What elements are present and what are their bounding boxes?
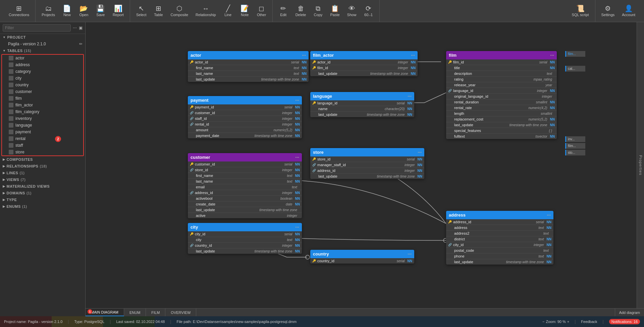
sidebar-item-film-actor[interactable]: film_actor 👁 ⋯ <box>2 102 83 108</box>
table-customer[interactable]: customer ⋯ 🔑 customer_id serial NN 🔗 sto… <box>188 153 302 218</box>
connections-btn[interactable]: ⊞ Connections <box>6 2 32 20</box>
tab-main-diagram[interactable]: 1 MAIN DIAGRAM <box>86 309 124 316</box>
tab-enum[interactable]: ENUM <box>124 309 146 316</box>
mini-card-inv[interactable]: inv... <box>565 136 585 142</box>
edit-btn[interactable]: ✏ Edit <box>276 2 291 20</box>
relationship-btn[interactable]: ↔ Relationship <box>193 2 219 20</box>
table-film-menu[interactable]: ⋯ <box>550 53 554 58</box>
sidebar-item-category[interactable]: category 👁 ⋯ <box>2 68 83 75</box>
filter-more-icon[interactable]: ⋯ <box>73 26 77 30</box>
zoom-in-icon[interactable]: + <box>567 320 569 324</box>
table-row: last_update timestamp with time zone NN <box>188 77 309 82</box>
fk-icon: 🔗 <box>190 111 194 114</box>
type-section[interactable]: ▶ TYPE <box>0 196 85 203</box>
sidebar-item-film[interactable]: film 👁 ⋯ <box>2 95 83 102</box>
notifications-btn[interactable]: Notifications: 16 <box>609 319 640 324</box>
note-btn[interactable]: 📝 Note <box>237 2 252 20</box>
table-language-menu[interactable]: ⋯ <box>408 94 412 99</box>
table-city[interactable]: city ⋯ 🔑 city_id serial NN city text NN … <box>188 223 302 254</box>
projects-btn[interactable]: 🗂 Projects <box>39 2 58 20</box>
line-btn[interactable]: ╱ Line <box>221 2 235 20</box>
edit-project-icon[interactable]: ✏ <box>79 42 83 46</box>
table-city-menu[interactable]: ⋯ <box>295 225 299 230</box>
sidebar-item-rental[interactable]: rental 2 👁 ⋯ <box>2 135 83 142</box>
table-row: 🔗 staff_id integer NN <box>188 116 302 122</box>
save-btn[interactable]: 💾 Save <box>93 2 108 20</box>
relationships-section[interactable]: ▶ RELATIONSHIPS (18) <box>0 163 85 170</box>
mini-card-sto[interactable]: sto... <box>565 150 585 155</box>
tab-enum-label: ENUM <box>129 311 140 315</box>
new-btn[interactable]: 📄 New <box>60 2 74 20</box>
mini-card-film2[interactable]: film... <box>565 143 585 149</box>
table-film-actor[interactable]: film_actor ⋯ 🔑 actor_id integer NN 🔑 fil… <box>310 51 418 76</box>
sql-btn[interactable]: 📜 SQL script <box>569 2 592 20</box>
zoom-reset-btn[interactable]: ⟳ 60.-1 <box>361 2 376 20</box>
properties-panel[interactable]: Properties <box>637 22 644 308</box>
table-film[interactable]: film ⋯ 🔑 film_id serial NN title NN <box>446 51 557 139</box>
sidebar-item-inventory[interactable]: inventory 👁 ⋯ <box>2 115 83 122</box>
tab-film[interactable]: FILM <box>146 309 165 316</box>
table-actor-menu[interactable]: ⋯ <box>302 53 306 58</box>
mat-views-section[interactable]: ▶ MATERIALIZED VIEWS <box>0 183 85 190</box>
tables-section[interactable]: ▼ TABLES (15) <box>0 47 85 54</box>
sidebar-item-film-category[interactable]: film_category 👁 ⋯ <box>2 108 83 115</box>
account-btn[interactable]: 👤 Account <box>619 2 638 20</box>
delete-btn[interactable]: 🗑 Delete <box>293 2 309 20</box>
show-btn[interactable]: 👁 Show <box>344 2 359 20</box>
open-btn[interactable]: 📂 Open <box>76 2 91 20</box>
copy-btn[interactable]: ⧉ Copy <box>311 2 325 20</box>
canvas[interactable]: actor ⋯ 🔑 actor_id serial NN first_name … <box>86 22 644 308</box>
domains-section[interactable]: ▶ DOMAINS (1) <box>0 190 85 196</box>
table-icon-language <box>9 123 13 128</box>
mini-card-film-right[interactable]: film... <box>565 51 585 57</box>
filter-input[interactable] <box>3 24 71 32</box>
table-payment[interactable]: payment ⋯ 🔑 payment_id serial NN 🔗 custo… <box>188 96 302 138</box>
table-btn[interactable]: ⊞ Table <box>151 2 166 20</box>
sidebar-item-actor[interactable]: actor 👁 ⋯ <box>2 55 83 61</box>
table-film-actor-menu[interactable]: ⋯ <box>411 53 415 58</box>
sidebar-toggle-icon[interactable]: ▣ <box>79 26 83 30</box>
project-name-item[interactable]: Pagila - version 2.1.0 ✏ <box>0 41 85 47</box>
table-store-menu[interactable]: ⋯ <box>418 150 422 155</box>
sidebar-item-staff[interactable]: staff 👁 ⋯ <box>2 142 83 149</box>
settings-btn[interactable]: ⚙ Settings <box>599 2 618 20</box>
lines-section[interactable]: ▶ LINES (1) <box>0 170 85 176</box>
select-btn[interactable]: ↖ Select <box>133 2 149 20</box>
table-row: length smallint <box>446 111 557 116</box>
composites-section[interactable]: ▶ COMPOSITES <box>0 156 85 163</box>
table-country-menu[interactable]: ⋯ <box>408 252 412 256</box>
project-section[interactable]: ▼ PROJECT <box>0 34 85 41</box>
tables-list-group: actor 👁 ⋯ address 👁 ⋯ category 👁 <box>1 54 84 156</box>
zoom-out-icon[interactable]: − <box>542 320 544 324</box>
table-country[interactable]: country ⋯ 🔑 country_id serial NN <box>310 250 414 264</box>
feedback-btn[interactable]: Feedback <box>581 320 597 324</box>
sidebar-item-store[interactable]: store 👁 ⋯ <box>2 149 83 155</box>
project-arrow: ▼ <box>3 36 6 39</box>
table-country-body: 🔑 country_id serial NN <box>310 258 414 264</box>
views-section[interactable]: ▶ VIEWS (7) <box>0 176 85 183</box>
table-store-title: store <box>313 150 324 155</box>
table-row: 🔗 language_id integer NN <box>446 88 557 94</box>
sidebar-item-language[interactable]: language 👁 ⋯ <box>2 122 83 129</box>
composite-btn[interactable]: ⬡ Composite <box>168 2 191 20</box>
sidebar-item-city[interactable]: city 👁 ⋯ <box>2 75 83 82</box>
table-address-menu[interactable]: ⋯ <box>547 213 551 218</box>
table-address[interactable]: address ⋯ 🔑 address_id serial NN address… <box>446 211 553 265</box>
table-payment-menu[interactable]: ⋯ <box>295 98 299 103</box>
paste-btn[interactable]: 📋 Paste <box>327 2 342 20</box>
sidebar-item-country[interactable]: country 👁 ⋯ <box>2 82 83 88</box>
sidebar-item-payment[interactable]: payment 👁 ⋯ <box>2 129 83 135</box>
table-customer-menu[interactable]: ⋯ <box>295 155 299 160</box>
mini-card-cat[interactable]: cat... <box>565 66 585 72</box>
other-btn[interactable]: ◻ Other <box>254 2 269 20</box>
add-diagram-button[interactable]: Add diagram <box>615 309 644 316</box>
report-btn[interactable]: 📊 Report <box>110 2 126 20</box>
table-language[interactable]: language ⋯ 🔑 language_id serial NN name … <box>310 92 414 117</box>
enums-section[interactable]: ▶ ENUMS (1) <box>0 203 85 210</box>
sidebar-item-address[interactable]: address 👁 ⋯ <box>2 61 83 68</box>
tab-main-diagram-label: MAIN DIAGRAM <box>91 310 118 314</box>
table-actor[interactable]: actor ⋯ 🔑 actor_id serial NN first_name … <box>188 51 309 82</box>
tab-overview[interactable]: OVERVIEW <box>165 309 196 316</box>
table-store[interactable]: store ⋯ 🔑 store_id serial NN 🔗 manager_s… <box>310 148 424 179</box>
sidebar-item-customer[interactable]: customer 👁 ⋯ <box>2 88 83 95</box>
